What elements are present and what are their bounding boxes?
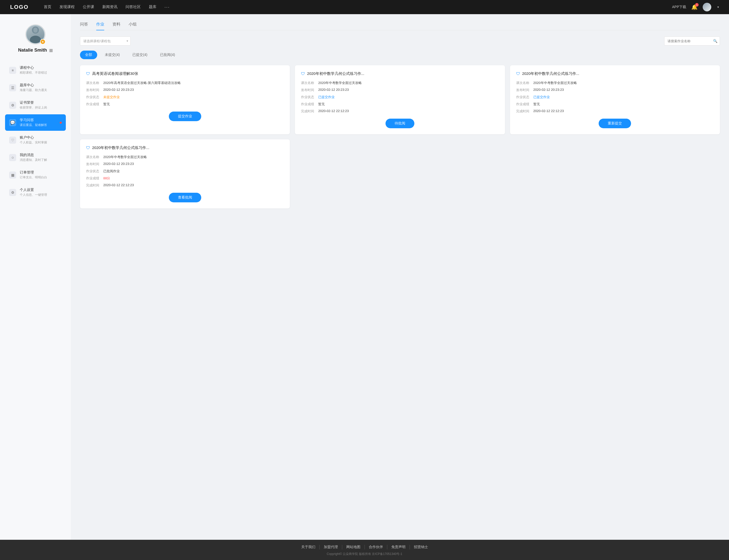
course-filter-select[interactable]: 请选择课程/课程包 — [80, 36, 131, 46]
homework-card-2: 🛡 2020年初中数学几何公式练习作... 课次名称 2020年中考数学全面过关… — [295, 65, 505, 134]
status-btn-reviewed[interactable]: 已批阅(4) — [155, 51, 180, 59]
course-value-1: 2020年高考英语全面过关攻略-第六期零基础语法攻略 — [103, 81, 284, 85]
pending-review-button[interactable]: 待批阅 — [386, 119, 415, 128]
score-label-3: 作业成绩 — [516, 102, 533, 106]
sidebar-text: 我的消息 消息通知、及时了解 — [20, 153, 62, 162]
sidebar-item-title: 证书荣誉 — [20, 100, 62, 105]
sidebar-item-sub: 个人信息、一键管理 — [20, 193, 62, 197]
footer-link-partners[interactable]: 合作伙伴 — [364, 545, 387, 549]
hw-info-complete-2: 完成时间 2020-02-12 22:12:23 — [301, 109, 499, 114]
user-name: Natalie Smith — [18, 48, 47, 53]
sidebar-item-title: 个人设置 — [20, 188, 62, 192]
card-title-row-4: 🛡 2020年初中数学几何公式练习作... — [86, 145, 284, 150]
nav-link-qa[interactable]: 问答社区 — [125, 5, 141, 10]
logo: LOGO — [10, 4, 29, 10]
homework-title-2: 2020年初中数学几何公式练习作... — [307, 71, 364, 76]
footer-link-about[interactable]: 关于我们 — [297, 545, 319, 549]
app-download-button[interactable]: APP下载 — [672, 5, 686, 9]
homework-search-input[interactable] — [664, 36, 720, 46]
sidebar-item-title: 题库中心 — [20, 83, 62, 88]
view-review-button[interactable]: 查看批阅 — [169, 193, 201, 202]
publish-label-3: 发布时间 — [516, 88, 533, 92]
qr-icon[interactable]: ▦ — [49, 48, 53, 53]
homework-card-1: 🛡 高考英语试卷阅读理解30张 课次名称 2020年高考英语全面过关攻略-第六期… — [80, 65, 290, 134]
shield-icon-4: 🛡 — [86, 146, 90, 150]
hw-info-complete-3: 完成时间 2020-02-12 22:12:23 — [516, 109, 714, 114]
sidebar-item-messages[interactable]: ○ 我的消息 消息通知、及时了解 — [5, 149, 66, 166]
resubmit-button[interactable]: 重新提交 — [599, 119, 631, 128]
sidebar-item-title: 订单管理 — [20, 170, 62, 175]
tab-qa[interactable]: 问答 — [80, 22, 88, 30]
account-icon: ♡ — [9, 137, 16, 144]
nav-link-questions[interactable]: 题库 — [149, 5, 156, 10]
hw-info-status-1: 作业状态 未提交作业 — [86, 95, 284, 99]
sidebar-item-course-center[interactable]: ≡ 课程中心 精彩课程、不容错过 — [5, 62, 66, 78]
footer-link-sitemap[interactable]: 网站地图 — [342, 545, 364, 549]
sidebar-item-study-qa[interactable]: 💬 学习问答 课后重温、疑难解答 — [5, 114, 66, 131]
status-label-3: 作业状态 — [516, 95, 533, 99]
hw-info-status-3: 作业状态 已提交作业 — [516, 95, 714, 99]
content-tabs: 问答 作业 资料 小组 — [80, 22, 720, 30]
sidebar-item-question-bank[interactable]: ☰ 题库中心 海量习题、助力通关 — [5, 79, 66, 96]
nav-link-public[interactable]: 公开课 — [83, 5, 94, 10]
user-name-row: Natalie Smith ▦ — [18, 48, 53, 53]
sidebar-text: 课程中心 精彩课程、不容错过 — [20, 66, 62, 75]
user-avatar-nav[interactable] — [703, 3, 711, 11]
publish-value-3: 2020-02-12 20:23:23 — [533, 88, 714, 92]
status-value-3: 已提交作业 — [533, 95, 714, 99]
sidebar-item-sub: 课后重温、疑难解答 — [20, 123, 56, 127]
card-title-row-3: 🛡 2020年初中数学几何公式练习作... — [516, 71, 714, 76]
hw-info-course-4: 课次名称 2020年中考数学全面过关攻略 — [86, 155, 284, 159]
sidebar-item-sub: 收获荣誉、持证上岗 — [20, 105, 62, 110]
footer-copyright: Copyright© 云朵商学院 版权所有 京ICP备17051340号-1 — [10, 552, 719, 556]
sidebar-item-sub: 精彩课程、不容错过 — [20, 71, 62, 75]
footer-links: 关于我们 加盟代理 网站地图 合作伙伴 免责声明 招贤纳士 — [10, 545, 719, 549]
shield-icon-2: 🛡 — [301, 72, 305, 76]
status-label: 作业状态 — [86, 95, 103, 99]
nav-link-home[interactable]: 首页 — [44, 5, 51, 10]
tab-group[interactable]: 小组 — [129, 22, 137, 30]
course-label: 课次名称 — [86, 81, 103, 85]
sidebar-item-certificate[interactable]: ⚙ 证书荣誉 收获荣誉、持证上岗 — [5, 97, 66, 113]
tab-homework[interactable]: 作业 — [96, 22, 104, 30]
hw-info-publish-4: 发布时间 2020-02-12 20:23:23 — [86, 162, 284, 166]
sidebar-item-account[interactable]: ♡ 账户中心 个人权益、实时掌握 — [5, 132, 66, 148]
sidebar-item-title: 账户中心 — [20, 135, 62, 140]
user-profile: ★ Natalie Smith ▦ — [5, 24, 66, 53]
complete-label-2: 完成时间 — [301, 109, 318, 114]
footer-link-franchise[interactable]: 加盟代理 — [319, 545, 342, 549]
sidebar-item-title: 课程中心 — [20, 66, 62, 70]
messages-icon: ○ — [9, 154, 16, 161]
status-btn-all[interactable]: 全部 — [80, 51, 97, 59]
homework-title-3: 2020年初中数学几何公式练习作... — [522, 71, 579, 76]
nav-link-discover[interactable]: 发现课程 — [59, 5, 75, 10]
homework-card-3: 🛡 2020年初中数学几何公式练习作... 课次名称 2020年中考数学全面过关… — [510, 65, 720, 134]
hw-info-course-1: 课次名称 2020年高考英语全面过关攻略-第六期零基础语法攻略 — [86, 81, 284, 85]
homework-title-1: 高考英语试卷阅读理解30张 — [92, 71, 138, 76]
sidebar-text: 证书荣誉 收获荣誉、持证上岗 — [20, 100, 62, 110]
publish-value-1: 2020-02-12 20:23:23 — [103, 88, 284, 92]
content-area: 问答 作业 资料 小组 请选择课程/课程包 ▾ 🔍 全部 未提交(4) 已提交(… — [71, 14, 729, 540]
sidebar-text: 学习问答 课后重温、疑难解答 — [20, 118, 56, 127]
search-icon: 🔍 — [713, 39, 717, 43]
status-btn-not-submitted[interactable]: 未提交(4) — [100, 51, 125, 59]
footer-link-disclaimer[interactable]: 免责声明 — [387, 545, 410, 549]
course-value-2: 2020年中考数学全面过关攻略 — [318, 81, 499, 85]
status-value-2: 已提交作业 — [318, 95, 499, 99]
sidebar-item-orders[interactable]: ▦ 订单管理 订单支出、明明白白 — [5, 167, 66, 183]
sidebar-text: 个人设置 个人信息、一键管理 — [20, 188, 62, 197]
submit-homework-button[interactable]: 提交作业 — [169, 112, 201, 121]
footer-link-join[interactable]: 招贤纳士 — [410, 545, 432, 549]
nav-link-news[interactable]: 新闻资讯 — [102, 5, 117, 10]
tab-materials[interactable]: 资料 — [112, 22, 120, 30]
homework-title-4: 2020年初中数学几何公式练习作... — [92, 145, 149, 150]
nav-more-button[interactable]: ··· — [164, 5, 170, 10]
hw-info-score-1: 作业成绩 暂无 — [86, 102, 284, 106]
publish-value-4: 2020-02-12 20:23:23 — [103, 162, 284, 166]
notification-bell[interactable]: 🔔 1 — [691, 4, 698, 10]
course-center-icon: ≡ — [9, 67, 16, 74]
status-btn-submitted[interactable]: 已提交(4) — [127, 51, 152, 59]
user-menu-chevron[interactable]: ▾ — [717, 5, 719, 9]
status-filter-row: 全部 未提交(4) 已提交(4) 已批阅(4) — [80, 51, 720, 59]
sidebar-item-settings[interactable]: ⚙ 个人设置 个人信息、一键管理 — [5, 184, 66, 201]
